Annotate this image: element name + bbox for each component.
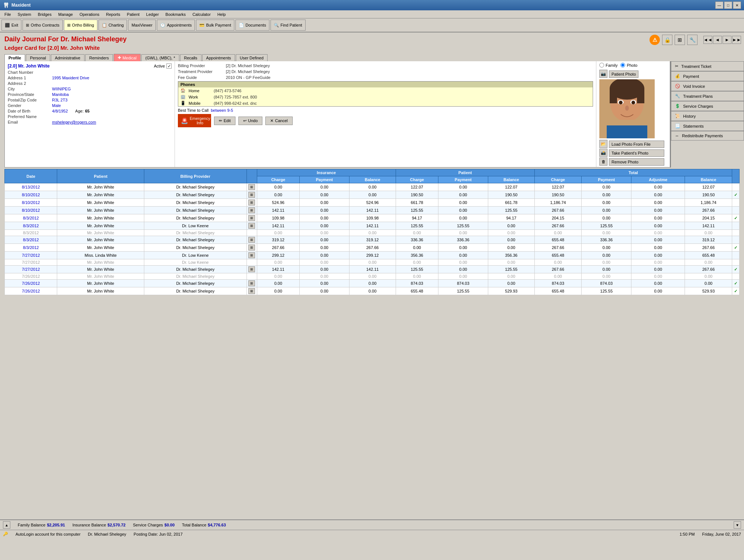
cell-expand[interactable]: ⊞ — [247, 252, 257, 259]
expand-button[interactable]: ⊞ — [248, 223, 255, 229]
bulk-payment-button[interactable]: 💳 Bulk Payment — [196, 20, 234, 31]
scroll-up-button[interactable]: ▲ — [3, 521, 10, 529]
table-row[interactable]: 8/3/2012 Mr. John White Dr. Michael Shel… — [5, 236, 740, 244]
cell-expand[interactable]: ⊞ — [247, 199, 257, 207]
expand-button[interactable]: ⊞ — [248, 207, 255, 213]
expand-button[interactable]: ⊞ — [248, 184, 255, 190]
scroll-down-button[interactable]: ▼ — [734, 521, 741, 529]
expand-button[interactable]: ⊞ — [248, 192, 255, 198]
grid-icon[interactable]: ⊞ — [675, 35, 685, 45]
documents-button[interactable]: 📄 Documents — [235, 20, 269, 31]
tab-personal[interactable]: Personal — [26, 54, 50, 61]
statements-button[interactable]: 📃 Statements — [671, 121, 744, 131]
expand-button[interactable]: ⊞ — [248, 200, 255, 205]
table-row[interactable]: 8/10/2012 Mr. John White Dr. Michael She… — [5, 207, 740, 214]
expand-button[interactable]: ⊞ — [248, 215, 255, 221]
table-row[interactable]: 7/26/2012 Mr. John White Dr. Michael She… — [5, 280, 740, 287]
cancel-button[interactable]: ✕ Cancel — [265, 117, 292, 125]
table-row[interactable]: 7/26/2012 Mr. John White Dr. Michael She… — [5, 287, 740, 295]
menu-patient[interactable]: Patient — [124, 11, 142, 17]
minimize-button[interactable]: — — [715, 1, 723, 9]
cell-expand[interactable]: ⊞ — [247, 244, 257, 252]
tab-reminders[interactable]: Reminders — [85, 54, 113, 61]
menu-bookmarks[interactable]: Bookmarks — [162, 11, 189, 17]
last-button[interactable]: ►► — [732, 36, 741, 44]
emergency-info-button[interactable]: 🚨 Emergency Info — [178, 114, 211, 127]
table-row[interactable]: 8/3/2012 Mr. John White Dr. Low Keene ⊞ … — [5, 222, 740, 230]
tab-medical[interactable]: ✚ Medical — [114, 54, 141, 61]
table-row[interactable]: 8/3/2012 Mr. John White Dr. Michael Shel… — [5, 244, 740, 252]
patient-photo-button[interactable]: Patient Photo — [609, 70, 638, 78]
table-row[interactable]: 8/3/2012 Mr. John White Dr. Michael Shel… — [5, 214, 740, 222]
patient-name[interactable]: [2.0] Mr. John White — [8, 63, 49, 69]
table-row[interactable]: 8/13/2012 Mr. John White Dr. Michael She… — [5, 183, 740, 191]
table-row[interactable]: 7/27/2012 Mr. John White Dr. Low Keene 0… — [5, 259, 740, 266]
menu-ledger[interactable]: Ledger — [143, 11, 162, 17]
table-row[interactable]: 7/27/2012 Miss. Linda White Dr. Low Keen… — [5, 252, 740, 259]
charting-button[interactable]: 📋 Charting — [99, 20, 127, 31]
ortho-billing-button[interactable]: ⊞ Ortho Billing — [64, 20, 97, 31]
expand-button[interactable]: ⊞ — [248, 252, 255, 258]
prev-button[interactable]: ◄ — [713, 36, 722, 44]
expand-button[interactable]: ⊞ — [248, 280, 255, 286]
expand-button[interactable]: ⊞ — [248, 237, 255, 243]
cell-expand[interactable]: ⊞ — [247, 191, 257, 199]
load-photo-button[interactable]: Load Photo From File — [609, 141, 664, 148]
table-row[interactable]: 8/10/2012 Mr. John White Dr. Michael She… — [5, 199, 740, 207]
close-button[interactable]: ✕ — [733, 1, 741, 9]
email-value[interactable]: mshelegey@rogers.com — [52, 120, 96, 124]
tab-administrative[interactable]: Administrative — [51, 54, 85, 61]
tab-appointments[interactable]: Appointments — [202, 54, 235, 61]
cell-expand[interactable]: ⊞ — [247, 207, 257, 214]
cell-expand[interactable]: ⊞ — [247, 287, 257, 295]
cell-expand[interactable]: ⊞ — [247, 266, 257, 273]
history-button[interactable]: 📜 History — [671, 111, 744, 121]
first-button[interactable]: ◄◄ — [703, 36, 712, 44]
tab-user-defined[interactable]: User Defined — [236, 54, 268, 61]
edit-button[interactable]: ✏ Edit — [214, 117, 235, 125]
table-row[interactable]: 8/3/2012 Mr. John White Dr. Michael Shel… — [5, 230, 740, 236]
maxiviewer-button[interactable]: MaxiViewer — [128, 20, 156, 31]
treatment-plans-button[interactable]: 🔧 Treatment Plans — [671, 91, 744, 101]
warning-icon[interactable]: ⚠ — [650, 35, 660, 45]
menu-system[interactable]: System — [15, 11, 34, 17]
appointments-button[interactable]: 🕐 Appointments — [157, 20, 195, 31]
tab-gwl[interactable]: (GWL), (MBC), * — [141, 54, 179, 61]
cell-expand[interactable]: ⊞ — [247, 280, 257, 287]
find-patient-button[interactable]: 🔍 Find Patient — [271, 20, 306, 31]
undo-button[interactable]: ↩ Undo — [238, 117, 262, 125]
payment-button[interactable]: 💰 Payment — [671, 71, 744, 81]
family-radio[interactable] — [599, 63, 604, 68]
table-row[interactable]: 8/10/2012 Mr. John White Dr. Michael She… — [5, 191, 740, 199]
menu-file[interactable]: File — [1, 11, 14, 17]
cell-expand[interactable]: ⊞ — [247, 222, 257, 230]
expand-button[interactable]: ⊞ — [248, 245, 255, 250]
menu-manage[interactable]: Manage — [55, 11, 76, 17]
tab-recalls[interactable]: Recalls — [180, 54, 202, 61]
expand-button[interactable]: ⊞ — [248, 288, 255, 294]
cell-expand[interactable]: ⊞ — [247, 236, 257, 244]
next-button[interactable]: ► — [723, 36, 731, 44]
expand-button[interactable]: ⊞ — [248, 266, 255, 272]
cell-expand[interactable]: ⊞ — [247, 183, 257, 191]
photo-radio[interactable] — [620, 63, 625, 68]
maximize-button[interactable]: □ — [724, 1, 732, 9]
cell-expand[interactable]: ⊞ — [247, 214, 257, 222]
service-charges-button[interactable]: 💲 Service Charges — [671, 101, 744, 111]
tab-profile[interactable]: Profile — [4, 54, 25, 61]
menu-calculator[interactable]: Calculator — [189, 11, 214, 17]
exit-button[interactable]: ⬛ Exit — [1, 20, 21, 31]
gear-icon[interactable]: 🔧 — [687, 35, 698, 45]
treatment-ticket-button[interactable]: ✂ Treatment Ticket — [671, 61, 744, 71]
table-row[interactable]: 7/27/2012 Mr. John White Dr. Michael She… — [5, 266, 740, 273]
menu-reports[interactable]: Reports — [103, 11, 123, 17]
remove-photo-button[interactable]: Remove Photo — [609, 158, 664, 166]
menu-operations[interactable]: Operations — [76, 11, 102, 17]
void-invoice-button[interactable]: 🚫 Void Invoice — [671, 81, 744, 91]
menu-bridges[interactable]: Bridges — [35, 11, 54, 17]
active-checkbox[interactable]: ✓ — [166, 63, 172, 69]
redistribute-payments-button[interactable]: ↔ Redistribute Payments — [671, 131, 744, 141]
ortho-contracts-button[interactable]: ⊞ Ortho Contracts — [23, 20, 63, 31]
take-photo-button[interactable]: Take Patient's Photo — [609, 149, 664, 157]
menu-help[interactable]: Help — [214, 11, 229, 17]
